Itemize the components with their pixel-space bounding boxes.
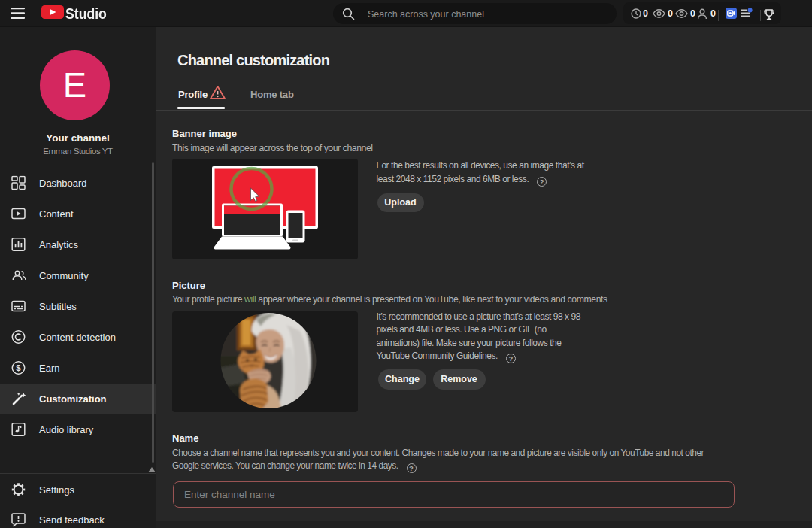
svg-text:$: $ bbox=[16, 363, 21, 372]
